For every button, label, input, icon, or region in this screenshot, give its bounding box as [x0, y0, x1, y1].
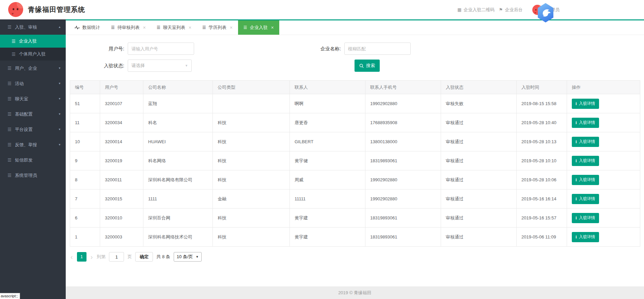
sidebar-item[interactable]: ☰平台设置▼	[0, 122, 66, 137]
sidebar-item[interactable]: ☰反馈、举报▼	[0, 137, 66, 152]
chevron-down-icon: ▼	[58, 113, 61, 116]
enterprise-table: 编号用户号公司名称公司类型联系人联系人手机号入驻状态入驻时间操作 5132001…	[70, 80, 640, 247]
table-cell: 11111	[290, 189, 365, 209]
tab[interactable]: 数据统计	[69, 20, 106, 35]
sidebar-item[interactable]: ☰用户、企业▼	[0, 61, 66, 76]
list-icon: ☰	[202, 25, 206, 30]
enterprise-backend-link[interactable]: ⚑企业后台	[499, 0, 523, 19]
select-placeholder: 请选择	[131, 63, 145, 69]
table-cell: 19902902880	[365, 94, 441, 113]
enterprise-qrcode-link[interactable]: ▦企业入驻二维码	[457, 0, 494, 19]
user-no-input[interactable]	[128, 43, 194, 55]
settle-detail-button[interactable]: i入驻详情	[572, 118, 599, 128]
sidebar-item-label: 基础配置	[15, 111, 33, 117]
company-name-input[interactable]	[344, 43, 411, 55]
close-icon[interactable]: ×	[271, 25, 274, 30]
sidebar-item[interactable]: ☰聊天室▼	[0, 91, 66, 106]
table-cell: 黄宇健	[290, 151, 365, 170]
goto-suffix-label: 页	[127, 254, 132, 260]
table-cell: GILBERT	[290, 132, 365, 151]
settle-detail-label: 入驻详情	[579, 196, 595, 202]
table-cell: 3200034	[100, 113, 143, 132]
table-cell: 1111	[143, 189, 213, 209]
chevron-down-icon: ▼	[58, 143, 61, 146]
settle-detail-button[interactable]: i入驻详情	[572, 213, 599, 223]
close-icon[interactable]: ×	[230, 25, 233, 30]
table-cell: 7	[70, 189, 100, 209]
list-icon: ☰	[7, 127, 12, 132]
column-header: 操作	[567, 81, 640, 94]
company-name-label: 企业名称:	[293, 43, 341, 55]
goto-prefix-label: 到第	[97, 254, 106, 260]
close-icon[interactable]: ×	[143, 25, 146, 30]
next-page-button[interactable]: ›	[90, 252, 94, 261]
table-cell: 1	[70, 228, 100, 247]
table-cell: 黄宇建	[290, 228, 365, 247]
table-cell: 11	[70, 113, 100, 132]
table-cell: 2019-05-28 10:40	[517, 113, 567, 132]
app-logo-icon: ♥	[8, 2, 23, 17]
table-cell: 19902902880	[365, 189, 441, 209]
column-header: 联系人	[290, 81, 365, 94]
table-cell: 审核通过	[441, 151, 517, 170]
table-cell	[213, 94, 290, 113]
table-cell: 科名网络	[143, 151, 213, 170]
chevron-down-icon: ▼	[58, 67, 61, 70]
table-cell-action: i入驻详情	[567, 170, 640, 189]
table-cell: 3200015	[100, 189, 143, 209]
table-cell-action: i入驻详情	[567, 94, 640, 113]
search-button[interactable]: 搜索	[355, 60, 380, 72]
table-cell: 19902902880	[365, 170, 441, 189]
list-icon: ☰	[244, 25, 247, 30]
table-cell: 18319893061	[365, 228, 441, 247]
main-content: 数据统计☰待审核列表×☰聊天室列表×☰学历列表×☰企业入驻× 用户号: 企业名称…	[66, 19, 644, 299]
enterprise-table-wrap: 编号用户号公司名称公司类型联系人联系人手机号入驻状态入驻时间操作 5132001…	[70, 80, 640, 247]
info-icon: i	[576, 139, 577, 144]
table-row: 513200107蓝翔啊啊19902902880审核失败2019-08-15 1…	[70, 94, 640, 113]
tab[interactable]: ☰待审核列表×	[106, 20, 151, 35]
close-icon[interactable]: ×	[189, 25, 191, 30]
settle-detail-button[interactable]: i入驻详情	[572, 194, 599, 204]
tab[interactable]: ☰聊天室列表×	[151, 20, 197, 35]
prev-page-button[interactable]: ‹	[70, 252, 74, 261]
sidebar-item[interactable]: ☰入驻、审核▲	[0, 19, 66, 35]
sidebar-item-label: 活动	[15, 81, 24, 87]
table-cell: 3200011	[100, 170, 143, 189]
qrcode-icon: ▦	[457, 7, 461, 12]
search-icon	[359, 64, 364, 68]
table-cell-action: i入驻详情	[567, 151, 640, 170]
pagination: ‹ 1 › 到第 页 确定 共 8 条 10 条/页 ▼	[70, 252, 640, 262]
table-cell: 2019-08-15 15:58	[517, 94, 567, 113]
list-icon: ☰	[12, 52, 16, 57]
user-no-label: 用户号:	[77, 43, 124, 55]
goto-confirm-button[interactable]: 确定	[135, 252, 153, 262]
sidebar-item[interactable]: ☰短信群发	[0, 152, 66, 168]
settle-detail-button[interactable]: i入驻详情	[572, 232, 599, 242]
page-1-button[interactable]: 1	[77, 252, 87, 262]
sidebar-item[interactable]: ☰活动▼	[0, 76, 66, 91]
list-icon: ☰	[111, 25, 115, 30]
settle-detail-button[interactable]: i入驻详情	[572, 137, 599, 147]
table-cell: 18319893061	[365, 209, 441, 228]
settle-detail-button[interactable]: i入驻详情	[572, 99, 599, 109]
page-size-select[interactable]: 10 条/页 ▼	[174, 252, 202, 262]
settle-detail-label: 入驻详情	[579, 234, 595, 240]
table-cell: 审核通过	[441, 209, 517, 228]
settle-detail-button[interactable]: i入驻详情	[572, 156, 599, 166]
sidebar-item[interactable]: ☰基础配置▼	[0, 106, 66, 122]
sidebar-subitem[interactable]: ☰企业入驻	[0, 35, 66, 48]
table-cell: 3200019	[100, 151, 143, 170]
tab[interactable]: ☰学历列表×	[197, 20, 238, 35]
sidebar-item[interactable]: ☰系统管理员	[0, 168, 66, 183]
chevron-down-icon: ▼	[58, 97, 61, 100]
table-cell: 3200003	[100, 228, 143, 247]
goto-page-input[interactable]	[109, 252, 124, 262]
settle-status-select[interactable]: 请选择 ▼	[128, 60, 192, 72]
settle-detail-button[interactable]: i入驻详情	[572, 175, 599, 185]
settle-status-label: 入驻状态:	[77, 60, 124, 72]
sidebar-subitem[interactable]: ☰个体用户入驻	[0, 48, 66, 61]
table-row: 103200014HUAWEI科技GILBERT13800138000审核通过2…	[70, 132, 640, 151]
sidebar-subitem-label: 企业入驻	[19, 38, 37, 44]
table-cell: 3200010	[100, 209, 143, 228]
tab[interactable]: ☰企业入驻×	[238, 20, 279, 35]
